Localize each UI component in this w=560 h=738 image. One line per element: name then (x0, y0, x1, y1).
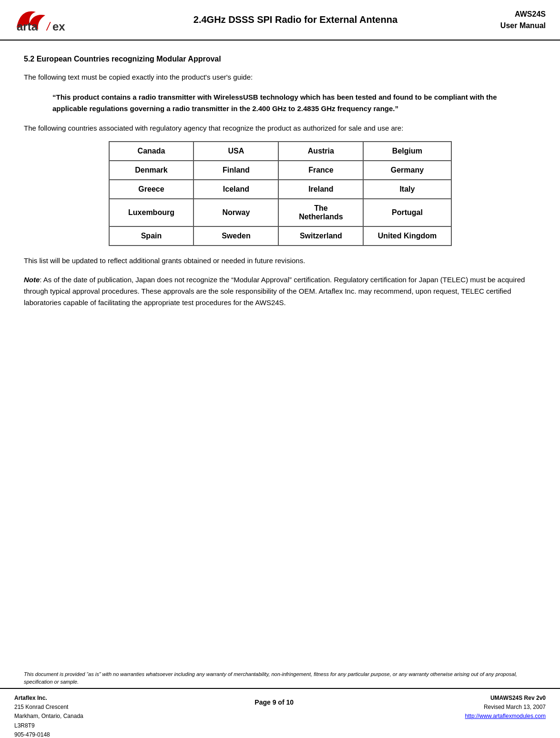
table-cell-belgium: Belgium (363, 142, 451, 161)
table-cell-denmark: Denmark (109, 161, 194, 180)
table-cell-luxembourg: Luxembourg (109, 199, 194, 226)
table-row: Denmark Finland France Germany (109, 161, 451, 180)
svg-text:ex: ex (52, 20, 65, 33)
phone: 905-479-0148 (14, 730, 83, 738)
footer-disclaimer: This document is provided “as is” with n… (24, 671, 536, 686)
table-cell-usa: USA (193, 142, 278, 161)
table-cell-canada: Canada (109, 142, 194, 161)
header-title: 2.4GHz DSSS SPI Radio for External Anten… (91, 14, 500, 25)
table-cell-greece: Greece (109, 180, 194, 199)
table-cell-sweden: Sweden (193, 226, 278, 246)
address-line2: Markham, Ontario, Canada (14, 712, 83, 721)
table-cell-uk: United Kingdom (363, 226, 451, 246)
table-cell-netherlands: TheNetherlands (278, 199, 363, 226)
intro-text: The following text must be copied exactl… (24, 72, 536, 83)
page-label: Page 9 of 10 (255, 698, 294, 706)
quote-block: “This product contains a radio transmitt… (52, 92, 508, 114)
table-row: Luxembourg Norway TheNetherlands Portuga… (109, 199, 451, 226)
table-cell-switzerland: Switzerland (278, 226, 363, 246)
table-row: Greece Iceland Ireland Italy (109, 180, 451, 199)
footer-left: Artaflex Inc. 215 Konrad Crescent Markha… (14, 694, 83, 738)
svg-text:arta: arta (17, 20, 38, 33)
footer-right: UMAWS24S Rev 2v0 Revised March 13, 2007 … (465, 694, 546, 721)
logo: arta / ex (14, 5, 91, 35)
main-content: 5.2 European Countries recognizing Modul… (0, 41, 560, 328)
table-cell-germany: Germany (363, 161, 451, 180)
table-cell-italy: Italy (363, 180, 451, 199)
header-right: AWS24S User Manual (500, 9, 546, 31)
doc-type: User Manual (500, 20, 546, 31)
svg-text:/: / (46, 20, 51, 33)
product-code: AWS24S (500, 9, 546, 20)
company-name: Artaflex Inc. (14, 694, 83, 703)
japan-note-text: : As of the date of publication, Japan d… (24, 276, 525, 307)
table-cell-france: France (278, 161, 363, 180)
note-label: Note (24, 276, 40, 284)
table-cell-spain: Spain (109, 226, 194, 246)
section-heading: 5.2 European Countries recognizing Modul… (24, 55, 536, 63)
countries-table: Canada USA Austria Belgium Denmark Finla… (109, 141, 452, 246)
table-cell-portugal: Portugal (363, 199, 451, 226)
table-cell-norway: Norway (193, 199, 278, 226)
update-note: This list will be updated to reflect add… (24, 256, 536, 266)
table-cell-ireland: Ireland (278, 180, 363, 199)
table-cell-iceland: Iceland (193, 180, 278, 199)
countries-intro: The following countries associated with … (24, 123, 536, 134)
website-link[interactable]: http://www.artaflexmodules.com (465, 712, 546, 721)
japan-note: Note: As of the date of publication, Jap… (24, 274, 536, 308)
page-header: arta / ex 2.4GHz DSSS SPI Radio for Exte… (0, 0, 560, 41)
table-cell-finland: Finland (193, 161, 278, 180)
rev-label: UMAWS24S Rev 2v0 (465, 694, 546, 703)
revised-date: Revised March 13, 2007 (465, 703, 546, 712)
footer-center: Page 9 of 10 (255, 694, 294, 706)
table-row: Spain Sweden Switzerland United Kingdom (109, 226, 451, 246)
address-line3: L3R8T9 (14, 721, 83, 730)
website-url[interactable]: http://www.artaflexmodules.com (465, 713, 546, 719)
table-cell-austria: Austria (278, 142, 363, 161)
artaflex-logo: arta / ex (14, 5, 86, 33)
table-row: Canada USA Austria Belgium (109, 142, 451, 161)
footer-bar: Artaflex Inc. 215 Konrad Crescent Markha… (0, 688, 560, 738)
address-line1: 215 Konrad Crescent (14, 703, 83, 712)
